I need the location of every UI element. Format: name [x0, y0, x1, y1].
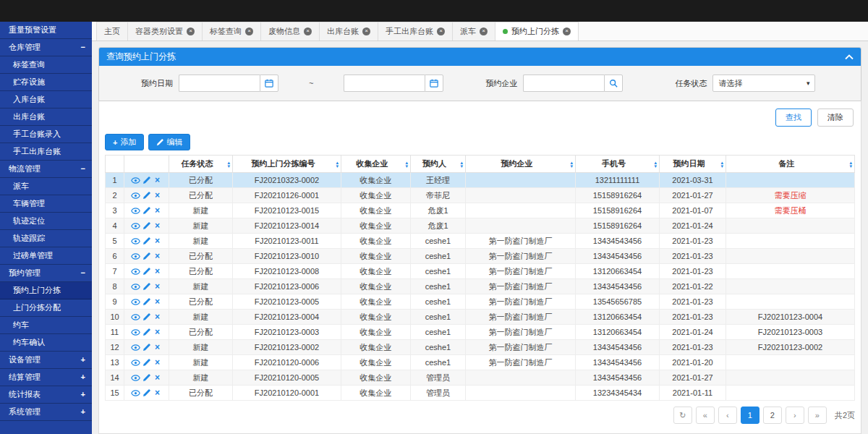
table-row[interactable]: 6×已分配FJ20210123-0010收集企业ceshe1第一防盗门制造厂13… [106, 249, 855, 264]
table-row[interactable]: 1×已分配FJ20210323-0002收集企业王经理1321111111120… [106, 173, 855, 188]
company-input[interactable] [523, 75, 604, 92]
sidebar-item[interactable]: 手工台账录入 [0, 126, 92, 143]
column-header[interactable]: 预约人▴▾ [411, 156, 466, 173]
sidebar-item[interactable]: 重量预警设置 [0, 22, 92, 39]
delete-icon[interactable]: × [152, 312, 163, 322]
tab-item[interactable]: 废物信息× [260, 22, 320, 41]
table-row[interactable]: 15×已分配FJ20210120-0001收集企业管理员132343454342… [106, 386, 855, 401]
edit-icon[interactable] [141, 176, 152, 184]
table-row[interactable]: 8×新建FJ20210123-0006收集企业ceshe1第一防盗门制造厂134… [106, 279, 855, 294]
view-icon[interactable] [130, 192, 141, 200]
date-from-calendar-button[interactable] [260, 75, 278, 92]
delete-icon[interactable]: × [152, 190, 163, 200]
view-icon[interactable] [130, 268, 141, 276]
view-icon[interactable] [130, 176, 141, 184]
add-button[interactable]: + 添加 [105, 134, 144, 150]
delete-icon[interactable]: × [152, 327, 163, 337]
date-to-calendar-button[interactable] [425, 75, 443, 92]
sidebar-group[interactable]: 预约管理− [0, 265, 92, 282]
close-icon[interactable]: × [187, 27, 195, 35]
table-row[interactable]: 4×新建FJ20210123-0014收集企业危废115158916264202… [106, 218, 855, 234]
sort-icon[interactable]: ▴▾ [720, 161, 723, 168]
delete-icon[interactable]: × [152, 266, 163, 276]
expand-icon[interactable]: + [81, 352, 85, 368]
collapse-icon[interactable]: − [81, 161, 85, 177]
delete-icon[interactable]: × [152, 342, 163, 352]
view-icon[interactable] [130, 359, 141, 367]
sidebar-group[interactable]: 结算管理+ [0, 369, 92, 386]
column-header[interactable]: 收集企业▴▾ [341, 156, 411, 173]
close-icon[interactable]: × [304, 27, 312, 35]
edit-icon[interactable] [141, 313, 152, 321]
sidebar-item[interactable]: 派车 [0, 178, 92, 195]
sidebar-item[interactable]: 标签查询 [0, 56, 92, 74]
sidebar-group[interactable]: 设备管理+ [0, 352, 92, 369]
sort-icon[interactable]: ▴▾ [227, 161, 230, 168]
expand-icon[interactable]: + [81, 369, 85, 386]
table-row[interactable]: 3×新建FJ20210123-0015收集企业危废115158916264202… [106, 203, 855, 218]
close-icon[interactable]: × [480, 27, 488, 35]
edit-icon[interactable] [141, 328, 152, 336]
edit-button[interactable]: 编辑 [148, 134, 190, 150]
delete-icon[interactable]: × [152, 388, 163, 398]
last-page-button[interactable]: » [808, 407, 827, 424]
collapse-icon[interactable]: − [81, 265, 85, 281]
clear-button[interactable]: 清除 [817, 109, 854, 127]
sort-icon[interactable]: ▴▾ [460, 161, 463, 168]
view-icon[interactable] [130, 222, 141, 230]
delete-icon[interactable]: × [152, 236, 163, 246]
sidebar-group[interactable]: 物流管理− [0, 161, 92, 178]
sidebar-group[interactable]: 统计报表+ [0, 386, 92, 404]
delete-icon[interactable]: × [152, 251, 163, 261]
sidebar-group[interactable]: 系统管理+ [0, 404, 92, 421]
view-icon[interactable] [130, 344, 141, 352]
sort-icon[interactable]: ▴▾ [570, 161, 573, 168]
tab-item[interactable]: 容器类别设置× [127, 22, 203, 41]
view-icon[interactable] [130, 374, 141, 382]
tab-item[interactable]: 标签查询× [202, 22, 261, 41]
column-header[interactable]: 手机号▴▾ [576, 156, 660, 173]
date-to-input[interactable] [344, 75, 425, 92]
sidebar-item[interactable]: 轨迹跟踪 [0, 230, 92, 247]
view-icon[interactable] [130, 207, 141, 215]
column-header[interactable]: 备注▴▾ [726, 156, 855, 173]
sidebar-item[interactable]: 预约上门分拣 [0, 282, 92, 299]
table-row[interactable]: 9×已分配FJ20210123-0005收集企业ceshe1第一防盗门制造厂13… [106, 294, 855, 310]
tab-item[interactable]: 主页 [96, 22, 128, 41]
close-icon[interactable]: × [362, 27, 370, 35]
view-icon[interactable] [130, 283, 141, 291]
table-row[interactable]: 5×新建FJ20210123-0011收集企业ceshe1第一防盗门制造厂134… [106, 234, 855, 249]
sort-icon[interactable]: ▴▾ [849, 161, 852, 168]
edit-icon[interactable] [141, 207, 152, 215]
view-icon[interactable] [130, 389, 141, 397]
delete-icon[interactable]: × [152, 281, 163, 292]
sidebar-group[interactable]: 仓库管理− [0, 39, 92, 56]
sidebar-item[interactable]: 上门分拣分配 [0, 299, 92, 317]
sidebar-item[interactable]: 出库台账 [0, 109, 92, 126]
column-header[interactable]: 预约日期▴▾ [660, 156, 726, 173]
table-row[interactable]: 11×已分配FJ20210123-0003收集企业ceshe1第一防盗门制造厂1… [106, 325, 855, 340]
status-select[interactable]: 请选择 ▾ [712, 75, 815, 92]
edit-icon[interactable] [141, 283, 152, 291]
delete-icon[interactable]: × [152, 221, 163, 231]
column-header[interactable]: 任务状态▴▾ [169, 156, 233, 173]
table-row[interactable]: 14×新建FJ20210120-0005收集企业管理员1343454345620… [106, 370, 855, 386]
sidebar-item[interactable]: 约车 [0, 317, 92, 334]
sidebar-item[interactable]: 入库台账 [0, 91, 92, 109]
edit-icon[interactable] [141, 359, 152, 367]
view-icon[interactable] [130, 328, 141, 336]
edit-icon[interactable] [141, 252, 152, 260]
edit-icon[interactable] [141, 268, 152, 276]
column-header[interactable]: 预约企业▴▾ [466, 156, 576, 173]
delete-icon[interactable]: × [152, 205, 163, 216]
table-row[interactable]: 13×新建FJ20210120-0006收集企业ceshe1第一防盗门制造厂13… [106, 355, 855, 370]
tab-item[interactable]: 派车× [452, 22, 495, 41]
search-panel-header[interactable]: 查询预约上门分拣 [99, 48, 861, 66]
edit-icon[interactable] [141, 237, 152, 245]
sidebar-item[interactable]: 轨迹定位 [0, 213, 92, 230]
sidebar-item[interactable]: 约车确认 [0, 334, 92, 352]
edit-icon[interactable] [141, 192, 152, 200]
sidebar-item[interactable]: 贮存设施 [0, 74, 92, 91]
collapse-icon[interactable]: − [81, 39, 85, 56]
next-page-button[interactable]: › [786, 407, 804, 424]
